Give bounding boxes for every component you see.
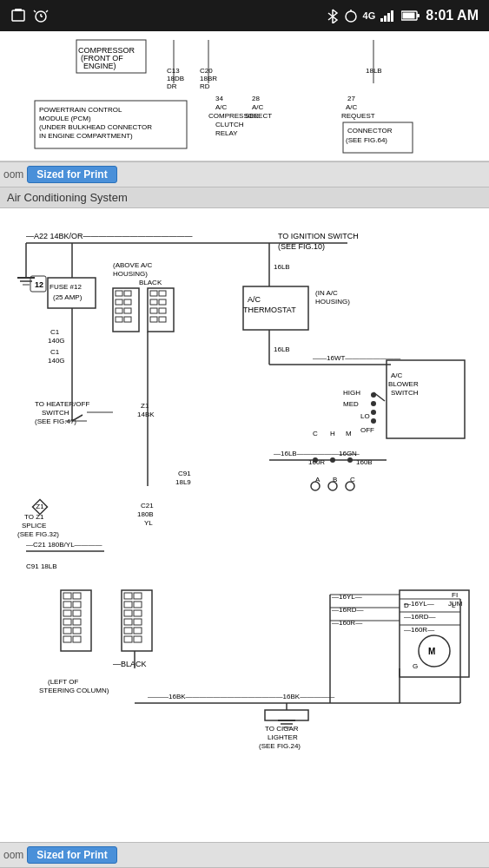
- time-display: 8:01 AM: [426, 8, 479, 23]
- svg-text:C: C: [313, 430, 318, 437]
- svg-text:MED: MED: [343, 400, 359, 408]
- svg-text:STEERING COLUMN): STEERING COLUMN): [39, 687, 109, 694]
- svg-text:CLUTCH: CLUTCH: [215, 121, 244, 128]
- svg-text:HIGH: HIGH: [343, 389, 360, 397]
- svg-text:HOUSING): HOUSING): [315, 298, 350, 306]
- svg-point-111: [371, 401, 376, 406]
- svg-text:SWITCH: SWITCH: [42, 409, 69, 417]
- top-diagram-area: COMPRESSOR (FRONT OF ENGINE) C13 18DB DR…: [0, 31, 489, 161]
- svg-text:—16RD—: —16RD—: [404, 613, 435, 621]
- main-wiring-diagram: —A22 14BK/OR—————————————— TO IGNITION S…: [0, 208, 489, 842]
- svg-text:POWERTRAIN CONTROL: POWERTRAIN CONTROL: [39, 106, 122, 114]
- svg-text:34: 34: [215, 95, 223, 102]
- screenshot-icon: [10, 8, 26, 23]
- svg-text:(IN A/C: (IN A/C: [315, 289, 338, 297]
- svg-text:IN ENGINE COMPARTMENT): IN ENGINE COMPARTMENT): [39, 132, 133, 140]
- status-right-icons: 4G 8:01 AM: [327, 8, 479, 23]
- svg-text:—16LB—————————: —16LB—————————: [274, 450, 360, 457]
- svg-text:—A22 14BK/OR——————————————: —A22 14BK/OR——————————————: [26, 232, 193, 240]
- svg-text:SPLICE: SPLICE: [22, 522, 46, 529]
- sized-for-print-bottom[interactable]: Sized for Print: [27, 846, 116, 864]
- zoom-label-top: oom: [3, 168, 23, 181]
- svg-rect-51: [0, 208, 489, 842]
- svg-point-112: [371, 410, 376, 415]
- svg-text:—C21 180B/YL————: —C21 180B/YL————: [26, 541, 102, 549]
- svg-rect-12: [384, 16, 387, 22]
- svg-text:140G: 140G: [48, 337, 65, 345]
- svg-text:M: M: [428, 647, 435, 656]
- battery-icon: [401, 10, 420, 21]
- svg-text:—160R—: —160R—: [332, 619, 362, 627]
- svg-text:CONNECTOR: CONNECTOR: [347, 127, 393, 135]
- svg-text:D: D: [404, 602, 409, 609]
- svg-text:(25 AMP): (25 AMP): [53, 293, 83, 301]
- svg-text:27: 27: [347, 95, 355, 102]
- svg-text:———16BK——————————————16BK—————: ———16BK——————————————16BK—————: [148, 693, 334, 700]
- bottom-toolbar: oom Sized for Print: [0, 842, 489, 868]
- svg-text:C91: C91: [178, 470, 191, 477]
- svg-text:TO CIGAR: TO CIGAR: [265, 725, 299, 733]
- top-toolbar: oom Sized for Print: [0, 161, 489, 187]
- svg-text:12: 12: [35, 280, 43, 289]
- status-left-icons: [10, 8, 49, 23]
- svg-text:RD: RD: [200, 82, 210, 90]
- svg-text:C91 18LB: C91 18LB: [26, 562, 57, 570]
- top-wiring-diagram: COMPRESSOR (FRONT OF ENGINE) C13 18DB DR…: [0, 31, 489, 161]
- svg-rect-11: [380, 18, 383, 22]
- svg-text:18L9: 18L9: [175, 478, 191, 486]
- svg-text:M: M: [346, 430, 352, 437]
- bluetooth-icon: [327, 8, 339, 23]
- alarm-icon: [33, 8, 49, 23]
- svg-point-136: [330, 457, 335, 463]
- svg-text:ENGINE): ENGINE): [83, 62, 116, 70]
- svg-text:—16YL—: —16YL—: [332, 593, 362, 601]
- sized-for-print-top[interactable]: Sized for Print: [27, 166, 116, 183]
- svg-text:TO Z1: TO Z1: [24, 513, 44, 521]
- svg-point-116: [371, 418, 376, 424]
- svg-text:18DB: 18DB: [167, 75, 184, 82]
- svg-text:SELECT: SELECT: [245, 112, 272, 120]
- svg-line-6: [46, 10, 48, 12]
- svg-rect-16: [417, 14, 420, 17]
- svg-text:MODULE (PCM): MODULE (PCM): [39, 115, 91, 122]
- svg-text:THERMOSTAT: THERMOSTAT: [243, 306, 296, 314]
- diagram-title: Air Conditioning System: [0, 187, 489, 208]
- svg-text:18LB: 18LB: [366, 67, 382, 75]
- svg-text:REQUEST: REQUEST: [341, 112, 375, 120]
- status-bar: 4G 8:01 AM: [0, 0, 489, 31]
- svg-text:G: G: [413, 662, 418, 670]
- svg-text:C1: C1: [50, 348, 60, 356]
- svg-text:RELAY: RELAY: [215, 129, 238, 137]
- svg-text:C21: C21: [141, 502, 154, 510]
- svg-text:16LB: 16LB: [274, 345, 290, 353]
- svg-text:TO IGNITION SWITCH: TO IGNITION SWITCH: [278, 232, 359, 240]
- svg-text:—16RD—: —16RD—: [332, 606, 363, 614]
- svg-point-135: [313, 457, 318, 463]
- zoom-label-bottom: oom: [3, 849, 23, 861]
- svg-text:(ABOVE A/C: (ABOVE A/C: [113, 261, 153, 269]
- signal-icon: [380, 10, 396, 22]
- svg-text:18BR: 18BR: [200, 75, 217, 82]
- network-indicator: 4G: [363, 10, 376, 21]
- svg-text:A/C: A/C: [248, 295, 261, 304]
- svg-text:140G: 140G: [48, 357, 65, 365]
- svg-text:Z1: Z1: [36, 503, 44, 510]
- svg-text:16LB: 16LB: [274, 263, 290, 271]
- svg-text:—160R—: —160R—: [404, 626, 434, 634]
- svg-text:(SEE FIG.24): (SEE FIG.24): [259, 742, 301, 750]
- main-diagram-area: —A22 14BK/OR—————————————— TO IGNITION S…: [0, 208, 489, 842]
- svg-text:(LEFT OF: (LEFT OF: [48, 678, 79, 686]
- svg-text:C1: C1: [50, 328, 60, 336]
- svg-text:BLOWER: BLOWER: [388, 380, 419, 388]
- svg-text:LIGHTER: LIGHTER: [268, 733, 298, 741]
- svg-text:(SEE FIG.32): (SEE FIG.32): [17, 530, 59, 538]
- svg-text:14BK: 14BK: [137, 411, 155, 418]
- svg-text:C20: C20: [200, 67, 213, 75]
- svg-text:C13: C13: [167, 67, 180, 75]
- svg-point-9: [346, 11, 356, 22]
- svg-text:HOUSING): HOUSING): [113, 270, 148, 278]
- svg-text:A/C: A/C: [252, 103, 264, 111]
- svg-text:DR: DR: [167, 82, 177, 90]
- svg-text:A/C: A/C: [391, 372, 403, 379]
- svg-text:28: 28: [252, 95, 260, 102]
